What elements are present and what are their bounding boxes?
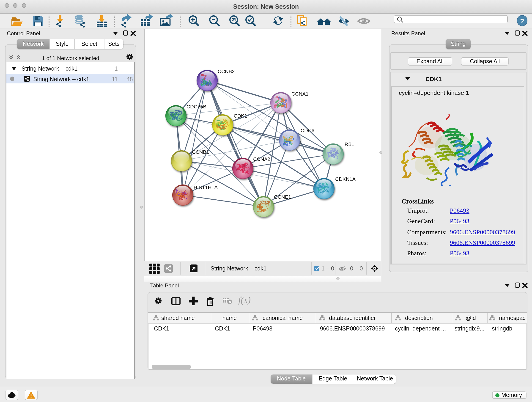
svg-text:CCNE1: CCNE1 — [274, 194, 291, 200]
svg-text:CCNB1: CCNB1 — [192, 149, 209, 155]
svg-text:CCNA1: CCNA1 — [291, 91, 309, 96]
svg-text:RB1: RB1 — [345, 141, 355, 147]
svg-text:CDK1: CDK1 — [234, 113, 247, 119]
svg-text:CCNA2: CCNA2 — [253, 156, 270, 162]
svg-text:CDC6: CDC6 — [301, 128, 314, 133]
svg-text:HIST1H1A: HIST1H1A — [194, 184, 218, 190]
svg-text:CCNB2: CCNB2 — [218, 68, 235, 74]
svg-text:CDKN1A: CDKN1A — [335, 176, 356, 182]
svg-text:CDC25B: CDC25B — [186, 104, 206, 109]
